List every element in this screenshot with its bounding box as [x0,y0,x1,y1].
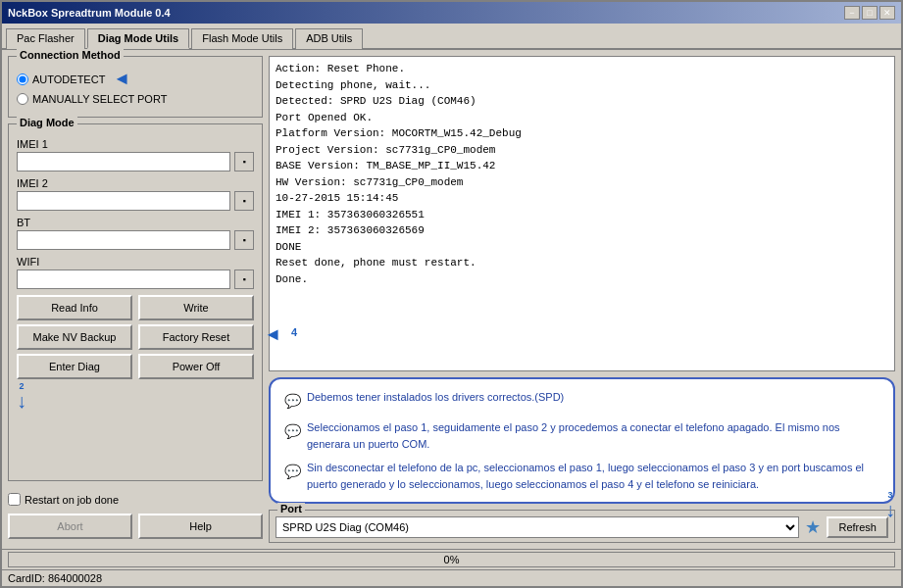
tab-diag-mode-utils[interactable]: Diag Mode Utils [87,28,190,49]
info-item-2: 💬 Sin desconectar el telefono de la pc, … [284,460,879,492]
log-line-8: 10-27-2015 15:14:45 [276,190,888,207]
manually-select-label: MANUALLY SELECT PORT [32,93,167,105]
info-text-2: Sin desconectar el telefono de la pc, se… [307,460,879,492]
restart-row: Restart on job done [8,487,263,508]
bt-input-row: ▪ [17,230,254,250]
log-line-10: IMEI 2: 357363060326569 [276,222,888,239]
bt-field: BT ▪ [17,217,254,250]
imei2-field: IMEI 2 ▪ [17,177,254,211]
abort-button[interactable]: Abort [8,514,132,539]
copy-icon-3: ▪ [242,235,245,245]
read-info-button[interactable]: Read Info [17,295,132,320]
progress-bar-container: 0% [2,549,901,569]
title-bar-buttons: − □ ✕ [844,6,895,20]
port-section-wrapper: 3 ↓ Port SPRD U2S Diag (COM46) ★ Refresh [269,510,895,543]
card-id-label: CardID: 864000028 [8,572,102,584]
log-line-1: Detecting phone, wait... [276,77,888,94]
diag-mode-group: Diag Mode IMEI 1 ▪ IMEI [8,123,263,481]
diag-power-row: Enter Diag Power Off [17,354,254,379]
log-line-4: Platform Version: MOCORTM_W15.42_Debug [276,125,888,142]
imei1-input[interactable] [17,152,230,172]
port-inner-row: SPRD U2S Diag (COM46) ★ Refresh [276,516,888,538]
minimize-button[interactable]: − [844,6,860,20]
wifi-field: WIFI ▪ [17,256,254,289]
imei1-input-row: ▪ [17,152,254,172]
power-off-button[interactable]: Power Off [138,354,254,379]
enter-diag-button[interactable]: Enter Diag [17,354,132,379]
step2-indicator: 2 ↓ [17,381,26,411]
tab-bar: Pac Flasher Diag Mode Utils Flash Mode U… [2,24,901,50]
log-line-0: Action: Reset Phone. [276,61,888,77]
tab-pac-flasher[interactable]: Pac Flasher [6,28,85,49]
port-label: Port [277,503,305,514]
bt-input[interactable] [17,230,230,250]
wifi-label: WIFI [17,256,254,268]
window-title: NckBox Spreadtrum Module 0.4 [8,7,171,19]
port-group: Port SPRD U2S Diag (COM46) ★ Refresh [269,510,895,543]
manually-select-radio[interactable] [17,93,28,105]
make-nv-backup-button[interactable]: Make NV Backup [17,324,132,350]
imei1-label: IMEI 1 [17,138,254,150]
title-bar: NckBox Spreadtrum Module 0.4 − □ ✕ [2,2,901,24]
restart-checkbox[interactable] [8,493,21,506]
log-line-5: Project Version: sc7731g_CP0_modem [276,142,888,159]
log-line-11: DONE [276,239,888,256]
star-icon: ★ [805,516,821,538]
arrow-down-icon-2: ↓ [17,391,26,411]
log-line-7: HW Version: sc7731g_CP0_modem [276,174,888,191]
main-content: Connection Method AUTODETECT ◄ MANUALLY … [2,50,901,549]
factory-reset-button[interactable]: Factory Reset [138,324,254,350]
port-select[interactable]: SPRD U2S Diag (COM46) [276,516,799,538]
copy-icon-2: ▪ [242,196,245,206]
info-box: 💬 Debemos tener instalados los drivers c… [269,377,895,504]
help-button[interactable]: Help [138,514,263,539]
log-line-2: Detected: SPRD U2S Diag (COM46) [276,93,888,110]
left-panel: Connection Method AUTODETECT ◄ MANUALLY … [8,56,263,543]
copy-icon: ▪ [242,157,245,167]
write-button[interactable]: Write [138,295,254,320]
wifi-input-row: ▪ [17,270,254,289]
info-item-0: 💬 Debemos tener instalados los drivers c… [284,389,879,412]
log-area: Action: Reset Phone. Detecting phone, wa… [269,56,895,371]
speech-icon-1: 💬 [284,420,301,442]
log-line-3: Port Opened OK. [276,110,888,126]
tab-adb-utils[interactable]: ADB Utils [295,28,363,49]
wifi-icon-btn[interactable]: ▪ [234,270,254,289]
maximize-button[interactable]: □ [862,6,878,20]
diag-mode-title: Diag Mode [17,117,77,128]
close-button[interactable]: ✕ [879,6,895,20]
restart-checkbox-row: Restart on job done [8,493,263,506]
log-line-13: Done. [276,271,888,288]
imei1-icon-btn[interactable]: ▪ [234,152,254,172]
backup-reset-row: Make NV Backup Factory Reset ◄ 4 [17,324,254,350]
info-item-1: 💬 Seleccionamos el paso 1, seguidamente … [284,419,879,452]
autodetect-label: AUTODETECT [32,74,105,85]
autodetect-radio[interactable] [17,74,28,85]
bt-icon-btn[interactable]: ▪ [234,230,254,250]
right-panel: Action: Reset Phone. Detecting phone, wa… [269,56,895,543]
imei1-field: IMEI 1 ▪ [17,138,254,172]
speech-icon-2: 💬 [284,461,301,482]
arrow-right-icon-1: ◄ [113,69,130,89]
status-bar: CardID: 864000028 [2,569,901,586]
step4-badge: 4 [291,326,297,338]
imei2-label: IMEI 2 [17,177,254,189]
arrow-right-icon-4: ◄ [264,324,281,345]
copy-icon-4: ▪ [242,274,245,284]
log-line-9: IMEI 1: 357363060326551 [276,207,888,223]
read-write-row: Read Info Write [17,295,254,320]
info-text-1: Seleccionamos el paso 1, seguidamente el… [307,419,879,452]
progress-bar: 0% [8,552,895,567]
autodetect-row: AUTODETECT ◄ [17,69,254,89]
manually-select-row: MANUALLY SELECT PORT [17,93,254,105]
tab-flash-mode-utils[interactable]: Flash Mode Utils [191,28,293,49]
imei2-input[interactable] [17,191,230,211]
progress-label: 0% [444,554,460,565]
wifi-input[interactable] [17,270,230,289]
imei2-icon-btn[interactable]: ▪ [234,191,254,211]
log-line-6: BASE Version: TM_BASE_MP_II_W15.42 [276,158,888,174]
abort-help-row: Abort Help [8,514,263,539]
bt-label: BT [17,217,254,228]
main-window: NckBox Spreadtrum Module 0.4 − □ ✕ Pac F… [0,0,903,588]
refresh-button[interactable]: Refresh [827,516,888,538]
